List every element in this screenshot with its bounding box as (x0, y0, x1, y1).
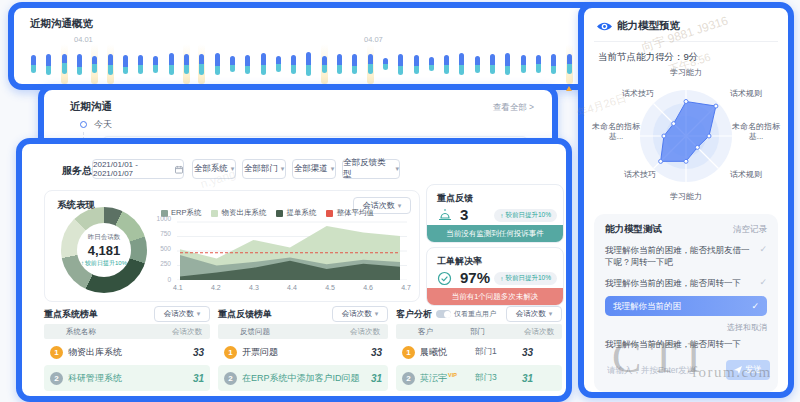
timeline-capsule[interactable] (290, 44, 297, 84)
ability-test-card: 能力模型测试 清空记录 我理解你当前的困难，能否找朋友借一下呢？周转一下吧 ✓ … (594, 214, 778, 392)
chevron-down-icon: ▾ (549, 310, 553, 318)
timeline-capsule[interactable] (107, 44, 114, 84)
y-tick-label: 750 (160, 231, 171, 238)
donut-delta: ↑ 较前日提升10% (81, 259, 127, 268)
timeline-capsule[interactable] (351, 44, 358, 84)
table-row[interactable]: 2 莫沄宇VIP 部门3 31 (396, 365, 562, 391)
timeline-capsule[interactable] (336, 44, 343, 84)
radar-axis-label: 话术规则 (730, 89, 762, 99)
chevron-down-icon: ▾ (375, 310, 379, 318)
paper-plane-icon (734, 366, 742, 374)
radar-axis-label: 未命名的指标基... (732, 122, 780, 142)
table-row[interactable]: 1 物资出库系统 33 (44, 339, 210, 365)
timeline-capsule[interactable] (183, 44, 190, 84)
timeline-capsule[interactable] (30, 44, 37, 84)
filter-department-dropdown[interactable]: 全部部门 ▾ (242, 159, 286, 179)
timeline-capsule[interactable] (168, 44, 175, 84)
test-message-selected[interactable]: 我理解你当前的困 ✓ (605, 296, 767, 316)
timeline-capsule[interactable] (397, 44, 404, 84)
x-axis-ticks: 4.14.24.34.44.54.64.7 (173, 284, 411, 291)
test-message[interactable]: 我理解你当前的困难，能否找朋友借一下呢？周转一下吧 ✓ (605, 244, 767, 269)
table-metric-dropdown[interactable]: 会话次数 ▾ (332, 306, 388, 322)
table-metric-dropdown[interactable]: 会话次数 ▾ (154, 306, 210, 322)
timeline-capsule[interactable] (305, 44, 312, 84)
card-title: 能力模型测试 (605, 223, 662, 236)
warning-triangle-icon (566, 86, 572, 91)
radar-axis-label: 学习能力 (584, 68, 788, 78)
clear-records-link[interactable]: 清空记录 (733, 224, 767, 236)
timeline-capsule[interactable] (229, 44, 236, 84)
timeline-capsule[interactable] (61, 44, 68, 84)
timeline-capsule[interactable] (550, 44, 557, 84)
timeline-capsule[interactable] (520, 44, 527, 84)
panel-title: 能力模型预览 (617, 19, 680, 33)
timeline-capsule[interactable] (275, 44, 282, 84)
timeline-capsule[interactable] (382, 44, 389, 84)
panel-ability-model: 能力模型预览 当前节点能力得分：9分 学习能力 话术规则 未命名的指标基... … (578, 2, 794, 398)
message-input[interactable] (605, 364, 720, 376)
y-tick-label: 250 (160, 261, 171, 268)
test-message[interactable]: 我理解你当前的困难，能否周转一下 (605, 338, 767, 350)
card-value: 3 (460, 206, 468, 223)
timeline-capsule[interactable] (260, 44, 267, 84)
divider (594, 41, 778, 42)
eye-icon (596, 21, 613, 32)
donut-center-label: 昨日会话数 (88, 233, 121, 242)
radar-axis-label: 话术技巧 (624, 170, 656, 180)
timeline-capsule[interactable] (428, 44, 435, 84)
dashboard-stage: 近期沟通概览 04.01 04.07 04.13 近期沟通 查看全部 > 今天 … (0, 0, 800, 402)
table-row[interactable]: 2 在ERP系统中添加客户ID问题 31 (218, 365, 388, 391)
date-label: 04.07 (364, 35, 383, 44)
vip-only-toggle[interactable] (436, 310, 451, 318)
test-message[interactable]: 我理解你当前的困难，能否周转一下 ✓ (605, 277, 767, 289)
y-tick-label: 0 (167, 277, 171, 284)
timeline-capsule[interactable] (122, 44, 129, 84)
timeline-capsule[interactable] (198, 44, 205, 84)
y-tick-label: 500 (160, 246, 171, 253)
timeline-capsule[interactable] (45, 44, 52, 84)
timeline-capsule[interactable] (458, 44, 465, 84)
timeline-capsule[interactable] (91, 44, 98, 84)
timeline-capsule[interactable] (504, 44, 511, 84)
timeline-capsule[interactable] (489, 44, 496, 84)
table-row[interactable]: 2 科研管理系统 31 (44, 365, 210, 391)
table-metric-dropdown[interactable]: 会话次数 ▾ (506, 306, 562, 322)
filter-system-dropdown[interactable]: 全部系统 ▾ (192, 159, 236, 179)
table-title: 重点系统榜单 (44, 308, 98, 321)
timeline-capsule[interactable] (152, 44, 159, 84)
send-button[interactable]: 发送 (726, 360, 770, 380)
view-all-link[interactable]: 查看全部 > (493, 102, 534, 114)
timeline-capsule[interactable] (367, 44, 374, 84)
radar-axis-label: 话术规则 (730, 170, 762, 180)
timeline-capsule[interactable] (321, 44, 328, 84)
siren-icon (437, 208, 453, 222)
status-banner: 当前有1个问题多次未解决 (427, 288, 563, 305)
timeline-capsule[interactable] (214, 44, 221, 84)
timeline-capsule[interactable] (566, 44, 573, 84)
timeline-capsule[interactable] (244, 44, 251, 84)
table-header-row: 反馈问题 会话次数 (218, 324, 388, 339)
table-row[interactable]: 1 开票问题 33 (218, 339, 388, 365)
timeline-capsule[interactable] (535, 44, 542, 84)
table-top-systems: 重点系统榜单 会话次数 ▾ 系统名称 会话次数 1 物资出库系统 33 2 (44, 304, 210, 392)
score-text: 当前节点能力得分：9分 (598, 51, 698, 64)
delta-badge: ↑ 较前日提升10% (494, 209, 557, 222)
radar-chart: 学习能力 话术规则 未命名的指标基... 话术规则 学习能力 话术技巧 未命名的… (584, 64, 788, 212)
table-row[interactable]: 1 晨曦悦 部门1 33 (396, 339, 562, 365)
filter-feedback-type-dropdown[interactable]: 全部反馈类型 ▾ (342, 159, 400, 179)
radar-axis-label: 话术技巧 (622, 89, 654, 99)
timeline-capsule[interactable] (443, 44, 450, 84)
filter-channel-dropdown[interactable]: 全部渠道 ▾ (292, 159, 336, 179)
x-tick-label: 4.2 (211, 284, 221, 291)
timeline-capsule[interactable] (76, 44, 83, 84)
rank-badge: 1 (224, 346, 237, 359)
date-label: 04.01 (74, 35, 93, 44)
timeline-capsule[interactable] (137, 44, 144, 84)
x-tick-label: 4.6 (363, 284, 373, 291)
timeline-capsule[interactable] (474, 44, 481, 84)
date-range-picker[interactable]: 2021/01/01 - 2021/01/07 (92, 159, 184, 179)
timeline-capsule[interactable] (413, 44, 420, 84)
card-value: 97% (460, 269, 490, 286)
card-title: 重点反馈 (437, 192, 473, 205)
key-feedback-card: 重点反馈 3 ↑ 较前日提升10% 当前没有监测到任何投诉事件 (426, 184, 564, 243)
